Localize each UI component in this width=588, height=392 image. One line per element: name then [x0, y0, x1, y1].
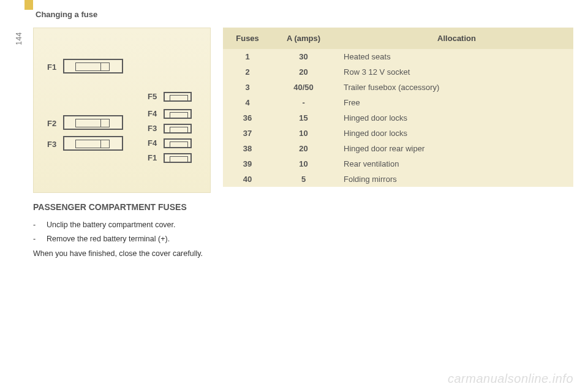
instruction-item: - Remove the red battery terminal (+). [33, 233, 211, 245]
page-header: Changing a fuse [36, 10, 573, 19]
table-row: 39 10 Rear ventilation [223, 156, 573, 172]
cell-fuse: 36 [223, 110, 272, 126]
cell-allocation: Folding mirrors [335, 172, 573, 187]
cell-allocation: Hinged door rear wiper [335, 141, 573, 156]
col-header-alloc: Allocation [335, 28, 573, 49]
col-header-fuses: Fuses [223, 28, 272, 49]
diagram-label: F1 [148, 153, 157, 162]
table-row: 37 10 Hinged door locks [223, 126, 573, 141]
manual-page: 144 Changing a fuse F1 F2 F3 F5 F4 F3 F4 [0, 0, 588, 392]
diagram-label: F5 [148, 92, 157, 101]
fuse-big-icon [63, 115, 123, 130]
cell-allocation: Hinged door locks [335, 110, 573, 126]
table-row: 4 - Free [223, 95, 573, 110]
col-header-amps: A (amps) [272, 28, 335, 49]
cell-amps: 15 [272, 110, 335, 126]
cell-fuse: 37 [223, 126, 272, 141]
instruction-text: Remove the red battery terminal (+). [47, 233, 170, 245]
cell-allocation: Trailer fusebox (accessory) [335, 80, 573, 95]
cell-amps: 10 [272, 126, 335, 141]
table-row: 2 20 Row 3 12 V socket [223, 64, 573, 80]
cell-amps: 30 [272, 49, 335, 64]
fuse-big-icon [63, 59, 123, 74]
left-column: F1 F2 F3 F5 F4 F3 F4 F1 PASSENGER COMPAR… [33, 28, 211, 260]
cell-fuse: 38 [223, 141, 272, 156]
fuse-small-icon [164, 92, 192, 102]
cell-fuse: 2 [223, 64, 272, 80]
table-row: 3 40/50 Trailer fusebox (accessory) [223, 80, 573, 95]
diagram-label: F4 [148, 109, 157, 118]
content-row: F1 F2 F3 F5 F4 F3 F4 F1 PASSENGER COMPAR… [33, 28, 573, 260]
cell-fuse: 39 [223, 156, 272, 172]
instruction-closing: When you have finished, close the cover … [33, 248, 211, 260]
cell-fuse: 3 [223, 80, 272, 95]
table-body: 1 30 Heated seats 2 20 Row 3 12 V socket… [223, 49, 573, 187]
bullet-icon: - [33, 219, 38, 231]
table-header: Fuses A (amps) Allocation [223, 28, 573, 49]
fuse-small-icon [164, 109, 192, 119]
instructions: - Unclip the battery compartment cover. … [33, 219, 211, 260]
fuse-small-icon [164, 124, 192, 134]
bullet-icon: - [33, 233, 38, 245]
table-row: 1 30 Heated seats [223, 49, 573, 64]
cell-amps: 20 [272, 141, 335, 156]
cell-amps: - [272, 95, 335, 110]
fuse-small-icon [164, 138, 192, 148]
cell-fuse: 1 [223, 49, 272, 64]
cell-amps: 10 [272, 156, 335, 172]
cell-fuse: 40 [223, 172, 272, 187]
right-column: Fuses A (amps) Allocation 1 30 Heated se… [223, 28, 573, 187]
table-row: 38 20 Hinged door rear wiper [223, 141, 573, 156]
table-row: 36 15 Hinged door locks [223, 110, 573, 126]
cell-fuse: 4 [223, 95, 272, 110]
instruction-item: - Unclip the battery compartment cover. [33, 219, 211, 231]
section-heading: PASSENGER COMPARTMENT FUSES [33, 202, 211, 213]
cell-allocation: Row 3 12 V socket [335, 64, 573, 80]
accent-bar [24, 0, 33, 10]
cell-allocation: Free [335, 95, 573, 110]
instruction-text: Unclip the battery compartment cover. [47, 219, 176, 231]
cell-amps: 20 [272, 64, 335, 80]
diagram-label: F3 [148, 124, 157, 133]
cell-amps: 5 [272, 172, 335, 187]
cell-amps: 40/50 [272, 80, 335, 95]
cell-allocation: Heated seats [335, 49, 573, 64]
table-row: 40 5 Folding mirrors [223, 172, 573, 187]
fuse-small-icon [164, 153, 192, 163]
page-number: 144 [15, 32, 23, 45]
cell-allocation: Hinged door locks [335, 126, 573, 141]
fuse-big-icon [63, 136, 123, 151]
diagram-label: F1 [47, 62, 56, 72]
diagram-label: F4 [148, 138, 157, 148]
fuse-diagram: F1 F2 F3 F5 F4 F3 F4 F1 [33, 28, 211, 193]
diagram-label: F2 [47, 119, 56, 128]
watermark: carmanualsonline.info [448, 372, 573, 386]
cell-allocation: Rear ventilation [335, 156, 573, 172]
fuse-table: Fuses A (amps) Allocation 1 30 Heated se… [223, 28, 573, 187]
diagram-label: F3 [47, 140, 56, 149]
